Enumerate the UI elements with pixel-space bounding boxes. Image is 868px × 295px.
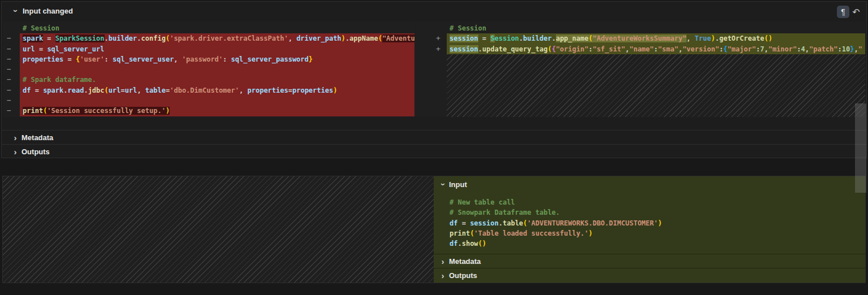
metadata-label: Metadata (449, 257, 481, 266)
added-cell-panel: › Input # New table call# Snowpark Dataf… (434, 176, 865, 283)
deleted-line-marker: − (7, 33, 20, 44)
code-line: # Snowpark Dataframe table. (447, 207, 865, 218)
cell1-metadata-row[interactable]: › Metadata (2, 130, 866, 145)
cell1-outputs-row[interactable]: › Outputs (2, 144, 866, 159)
deleted-line-marker: − (7, 54, 20, 64)
original-code-editor[interactable]: −−−−−−−− # Sessionspark = SparkSession.b… (3, 21, 414, 117)
scrollbar-thumb[interactable] (855, 103, 866, 193)
deleted-line-marker: − (7, 85, 20, 96)
deleted-line-marker: − (7, 75, 20, 85)
undo-icon: ↶ (852, 7, 860, 18)
pilcrow-icon: ¶ (841, 7, 845, 16)
code-line: # Session (447, 23, 865, 33)
outputs-label: Outputs (449, 271, 477, 280)
code-line: print('Session successfully setup.') (20, 106, 414, 116)
cell2-input-title: Input (449, 180, 467, 189)
code-line: print('Table loaded successfully.') (447, 228, 865, 238)
empty-original-hatch (3, 176, 434, 283)
code-line: # New table call (447, 197, 865, 207)
cell1-header: › Input changed (2, 2, 866, 20)
chevron-right-icon: › (437, 257, 448, 267)
gutter-spacer (7, 23, 20, 33)
code-line: spark = SparkSession.builder.config('spa… (20, 33, 414, 44)
outputs-label: Outputs (21, 148, 50, 156)
deleted-lines-gutter: −−−−−−−− (3, 23, 20, 117)
deleted-line-marker: − (7, 64, 20, 75)
added-code: # Sessionsession = Session.builder.app_n… (447, 23, 865, 54)
code-line (20, 64, 414, 75)
code-line: # Spark dataframe. (20, 75, 414, 85)
deleted-line-marker: − (7, 44, 20, 54)
code-line: df = session.table('ADVENTUREWORKS.DBO.D… (447, 218, 865, 228)
render-whitespace-button[interactable]: ¶ (837, 6, 849, 18)
code-line: # Session (20, 23, 414, 33)
collapse-toggle[interactable]: › (10, 6, 21, 16)
deleted-line-marker: − (7, 96, 20, 106)
code-line: session = Session.builder.app_name("Adve… (447, 33, 865, 44)
diff-cell-added: › Input # New table call# Snowpark Dataf… (2, 176, 866, 283)
chevron-down-icon: › (437, 179, 448, 189)
chevron-right-icon: › (10, 133, 21, 143)
notebook-diff-view: › Input changed ¶ ↶ −−−−−−−− # Sessionsp… (0, 0, 868, 295)
cell2-metadata-row[interactable]: › Metadata (434, 254, 865, 268)
revert-changes-button[interactable]: ↶ (850, 6, 862, 18)
added-line-marker: + (436, 33, 447, 44)
code-line (20, 96, 414, 106)
code-line: properties = {'user': sql_server_user, '… (20, 54, 414, 64)
code-line: df.show() (447, 238, 865, 249)
gutter-spacer (436, 23, 447, 33)
diff-filler-hatch (447, 54, 865, 117)
metadata-label: Metadata (21, 133, 53, 142)
diff-cell-input-changed: › Input changed ¶ ↶ −−−−−−−− # Sessionsp… (1, 1, 867, 158)
cell2-outputs-row[interactable]: › Outputs (434, 268, 865, 283)
added-cell-code[interactable]: # New table call# Snowpark Dataframe tab… (447, 197, 865, 249)
modified-code-editor[interactable]: ++ # Sessionsession = Session.builder.ap… (415, 21, 865, 117)
code-line: url = sql_server_url (20, 44, 414, 54)
added-lines-gutter: ++ (415, 23, 447, 117)
code-line: session.update_query_tag({"origin":"sf_s… (447, 44, 865, 54)
cell2-input-header[interactable]: › Input (434, 176, 865, 192)
chevron-right-icon: › (437, 271, 448, 281)
deleted-code: # Sessionspark = SparkSession.builder.co… (20, 23, 414, 116)
deleted-line-marker: − (7, 106, 20, 116)
cell1-title: Input changed (23, 7, 73, 15)
chevron-down-icon: › (11, 10, 20, 12)
added-line-marker: + (436, 44, 447, 54)
code-line: df = spark.read.jdbc(url=url, table='dbo… (20, 85, 414, 96)
chevron-right-icon: › (10, 147, 21, 157)
